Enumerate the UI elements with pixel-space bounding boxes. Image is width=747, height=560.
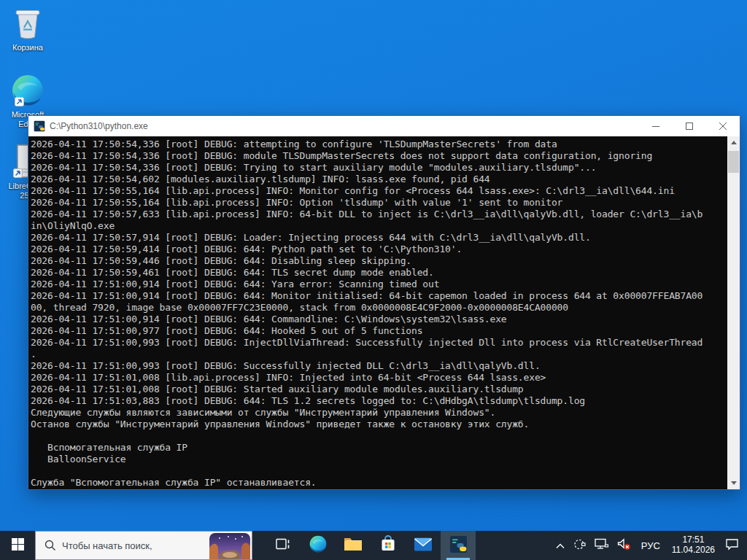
start-button[interactable] [0, 531, 35, 560]
console-line: BalloonService [31, 454, 740, 465]
close-button[interactable] [706, 116, 740, 136]
dashed-circle-icon [573, 538, 586, 553]
search-highlight-image[interactable] [209, 533, 250, 560]
scrollbar-thumb[interactable] [728, 151, 739, 173]
search-input[interactable]: Чтобы начать поиск, [35, 531, 252, 560]
chevron-up-icon [556, 539, 565, 552]
microsoft-store-icon [379, 535, 397, 556]
console-line: 2026-04-11 17:50:59,461 [root] DEBUG: 64… [31, 267, 740, 279]
shortcut-arrow-icon [15, 96, 24, 109]
console-output[interactable]: 2026-04-11 17:50:54,336 [root] DEBUG: at… [28, 136, 740, 489]
recycle-bin-icon [0, 6, 55, 41]
maximize-button[interactable] [673, 116, 706, 136]
taskbar-mail-button[interactable] [406, 531, 441, 560]
task-view-button[interactable] [266, 531, 301, 560]
language-indicator[interactable]: РУС [636, 531, 665, 560]
volume-button[interactable] [614, 531, 635, 560]
edge-icon [10, 73, 45, 108]
console-line: 2026-04-11 17:51:00,914 [root] DEBUG: 64… [31, 290, 740, 302]
hidden-icons-button[interactable] [552, 531, 568, 560]
minimize-button[interactable] [639, 116, 673, 136]
console-line: 2026-04-11 17:51:00,977 [root] DEBUG: 64… [31, 325, 740, 337]
console-line: Служба "Вспомогательная служба IP" остан… [31, 477, 740, 489]
windows-logo-icon [12, 538, 24, 553]
search-placeholder: Чтобы начать поиск, [62, 540, 152, 551]
console-line: 2026-04-11 17:50:55,164 [lib.api.process… [31, 197, 740, 209]
mail-icon [414, 537, 433, 555]
console-line: 2026-04-11 17:51:00,914 [root] DEBUG: 64… [31, 279, 740, 290]
python-console-icon [34, 120, 45, 132]
console-line: 2026-04-11 17:51:01,008 [lib.api.process… [31, 372, 740, 384]
window-title: C:\Python310\python.exe [50, 121, 148, 131]
desktop: Корзина Microsoft [0, 0, 747, 560]
clock[interactable]: 17:51 11.04.2026 [667, 531, 720, 560]
file-explorer-icon [344, 536, 363, 555]
console-line [31, 465, 740, 477]
search-icon [44, 540, 56, 551]
taskbar-store-button[interactable] [371, 531, 406, 560]
shortcut-arrow-icon [13, 168, 23, 181]
system-tray: РУС 17:51 11.04.2026 [552, 531, 747, 560]
console-line: in\OliyNlqO.exe [31, 220, 740, 232]
console-window: C:\Python310\python.exe 2026-04-11 17:50… [28, 115, 740, 490]
action-center-icon [725, 538, 739, 553]
desktop-icon-label: Корзина [0, 43, 55, 52]
console-line: 00, thread 7920, image base 0x00007FF7C2… [31, 302, 740, 314]
clock-date: 11.04.2026 [672, 545, 715, 555]
console-line: Следующие службы являются зависимыми от … [31, 407, 740, 419]
taskbar-python-console-button[interactable] [441, 531, 476, 560]
volume-muted-icon [617, 538, 631, 553]
network-icon [595, 538, 608, 553]
console-line: 2026-04-11 17:50:59,446 [root] DEBUG: 64… [31, 255, 740, 267]
scrollbar[interactable] [727, 136, 740, 489]
task-view-icon [276, 537, 291, 553]
console-line: 2026-04-11 17:50:57,633 [lib.api.process… [31, 209, 740, 220]
console-line: 2026-04-11 17:50:54,336 [root] DEBUG: mo… [31, 150, 740, 162]
console-titlebar[interactable]: C:\Python310\python.exe [28, 116, 740, 136]
action-center-button[interactable] [721, 531, 743, 560]
console-line: 2026-04-11 17:50:57,914 [root] DEBUG: Lo… [31, 232, 740, 244]
console-line: 2026-04-11 17:51:03,883 [root] DEBUG: 64… [31, 395, 740, 407]
network-button[interactable] [591, 531, 612, 560]
console-line: 2026-04-11 17:51:00,993 [root] DEBUG: In… [31, 337, 740, 349]
scroll-up-arrow-icon[interactable] [727, 136, 740, 149]
console-line: 2026-04-11 17:50:54,336 [root] DEBUG: at… [31, 139, 740, 150]
console-line: Вспомогательная служба IP [31, 442, 740, 454]
console-line: 2026-04-11 17:50:59,414 [root] DEBUG: 64… [31, 244, 740, 255]
console-line: . [31, 349, 740, 360]
console-line: 2026-04-11 17:50:54,602 [modules.auxilia… [31, 174, 740, 185]
taskbar-file-explorer-button[interactable] [336, 531, 371, 560]
console-line: 2026-04-11 17:50:55,164 [lib.api.process… [31, 185, 740, 197]
taskbar-edge-button[interactable] [301, 531, 336, 560]
taskbar: Чтобы начать поиск, [0, 531, 747, 560]
scroll-down-arrow-icon[interactable] [727, 477, 740, 489]
console-line: Останов службы "Инструментарий управлени… [31, 419, 740, 430]
console-line: 2026-04-11 17:50:54,336 [root] DEBUG: Tr… [31, 162, 740, 174]
console-line [31, 430, 740, 442]
clock-time: 17:51 [672, 534, 715, 545]
console-line: 2026-04-11 17:51:00,993 [root] DEBUG: Su… [31, 360, 740, 372]
desktop-icon-recycle-bin[interactable]: Корзина [0, 6, 55, 52]
python-console-icon [449, 535, 468, 556]
console-line: 2026-04-11 17:51:00,914 [root] DEBUG: 64… [31, 314, 740, 325]
tray-app-button[interactable] [570, 531, 589, 560]
edge-icon [309, 534, 328, 556]
console-line: 2026-04-11 17:51:01,008 [root] DEBUG: St… [31, 384, 740, 395]
